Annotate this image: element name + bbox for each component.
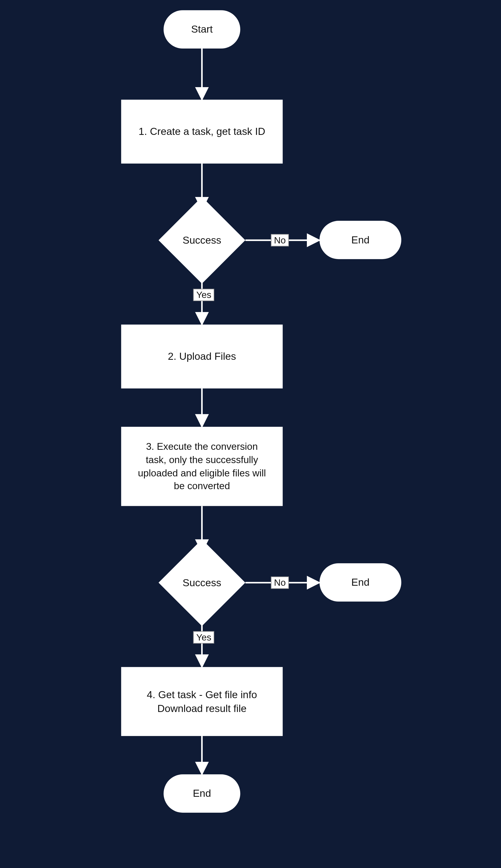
process-step1: 1. Create a task, get task ID (121, 100, 283, 163)
terminator-end-3: End (163, 774, 240, 813)
edge-label-d2-yes: Yes (193, 631, 214, 643)
terminator-end-1: End (319, 221, 401, 259)
diagram-inner: Start 1. Create a task, get task ID Succ… (0, 0, 501, 868)
decision-1-label: Success (158, 197, 245, 283)
edge-label-d1-yes: Yes (193, 289, 214, 301)
process-step4: 4. Get task - Get file info Download res… (121, 667, 283, 736)
decision-success-1: Success (158, 197, 245, 283)
edge-label-d2-no: No (271, 577, 289, 589)
process-step2: 2. Upload Files (121, 324, 283, 388)
terminator-start: Start (163, 10, 240, 49)
edge-label-d1-no: No (271, 234, 289, 246)
decision-success-2: Success (158, 539, 245, 626)
process-step3: 3. Execute the conversion task, only the… (121, 427, 283, 506)
diagram-canvas: Start 1. Create a task, get task ID Succ… (0, 0, 501, 868)
decision-2-label: Success (158, 539, 245, 626)
terminator-end-2: End (319, 563, 401, 602)
